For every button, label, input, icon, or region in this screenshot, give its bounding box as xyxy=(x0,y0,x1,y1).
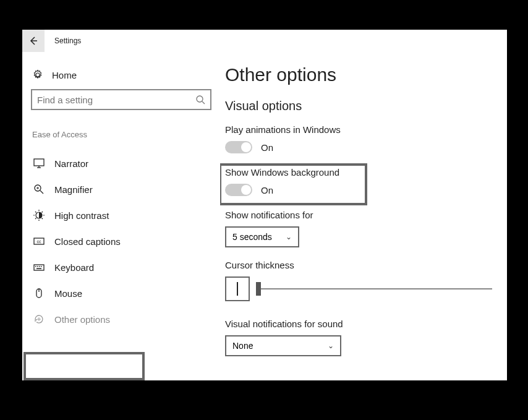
sidebar-item-keyboard[interactable]: Keyboard xyxy=(31,254,211,280)
back-arrow-icon xyxy=(28,36,38,46)
sidebar-item-label: High contrast xyxy=(54,210,109,221)
setting-label: Show notifications for xyxy=(225,210,492,220)
chevron-down-icon: ⌄ xyxy=(328,341,334,350)
search-input[interactable] xyxy=(37,95,195,105)
select-value: 5 seconds xyxy=(232,232,272,242)
magnifier-icon xyxy=(33,184,45,195)
setting-play-animations: Play animations in Windows On xyxy=(225,124,492,153)
setting-label: Play animations in Windows xyxy=(225,124,492,135)
svg-line-15 xyxy=(42,218,43,220)
sidebar-item-label: Keyboard xyxy=(54,262,94,273)
refresh-plus-icon xyxy=(33,314,45,325)
home-label: Home xyxy=(52,70,77,80)
sidebar-item-label: Magnifier xyxy=(54,184,93,195)
keyboard-icon xyxy=(33,262,45,273)
sidebar-item-label: Closed captions xyxy=(54,236,121,247)
svg-line-17 xyxy=(42,212,43,213)
sidebar: Home Ease of Access Narrator Magnifi xyxy=(22,52,220,380)
svg-line-16 xyxy=(35,218,36,220)
svg-point-0 xyxy=(197,96,203,102)
app-title: Settings xyxy=(45,36,81,45)
sidebar-item-label: Mouse xyxy=(54,288,82,299)
mouse-icon xyxy=(33,288,45,299)
home-button[interactable]: Home xyxy=(31,66,211,89)
visual-notifications-select[interactable]: None ⌄ xyxy=(225,335,341,356)
sidebar-item-label: Other options xyxy=(54,314,110,325)
setting-cursor-thickness: Cursor thickness xyxy=(225,260,492,301)
monitor-icon xyxy=(33,158,45,169)
setting-show-background: Show Windows background On xyxy=(225,167,492,196)
play-animations-toggle[interactable] xyxy=(225,141,252,153)
setting-label: Visual notifications for sound xyxy=(225,319,492,329)
toggle-state: On xyxy=(261,185,273,195)
svg-line-14 xyxy=(35,212,36,213)
sidebar-item-closed-captions[interactable]: cc Closed captions xyxy=(31,228,211,254)
cursor-preview xyxy=(225,276,250,301)
svg-line-6 xyxy=(40,191,43,194)
page-title: Other options xyxy=(225,64,492,85)
chevron-down-icon: ⌄ xyxy=(286,233,292,241)
show-background-toggle[interactable] xyxy=(225,184,252,196)
svg-rect-20 xyxy=(34,265,44,270)
search-icon xyxy=(195,95,205,105)
sidebar-item-mouse[interactable]: Mouse xyxy=(31,280,211,306)
settings-window: Settings Home Ease of Access N xyxy=(22,30,507,380)
section-label: Ease of Access xyxy=(31,130,211,139)
titlebar: Settings xyxy=(22,30,507,52)
contrast-icon xyxy=(33,210,45,221)
svg-rect-2 xyxy=(34,159,44,166)
sidebar-item-magnifier[interactable]: Magnifier xyxy=(31,176,211,202)
setting-label: Show Windows background xyxy=(225,167,492,178)
svg-rect-21 xyxy=(35,266,36,267)
cursor-thickness-slider[interactable] xyxy=(258,283,492,295)
setting-show-notifications: Show notifications for 5 seconds ⌄ xyxy=(225,210,492,247)
svg-line-1 xyxy=(202,101,205,104)
select-value: None xyxy=(232,341,253,351)
sidebar-item-label: Narrator xyxy=(54,158,88,169)
highlight-sidebar xyxy=(23,352,145,380)
gear-icon xyxy=(32,69,43,80)
setting-visual-notifications: Visual notifications for sound None ⌄ xyxy=(225,319,492,356)
back-button[interactable] xyxy=(22,30,45,52)
notifications-duration-select[interactable]: 5 seconds ⌄ xyxy=(225,226,299,247)
svg-rect-22 xyxy=(37,266,38,267)
svg-rect-23 xyxy=(39,266,40,267)
svg-rect-24 xyxy=(41,266,42,267)
svg-text:cc: cc xyxy=(37,239,42,244)
sidebar-item-high-contrast[interactable]: High contrast xyxy=(31,202,211,228)
sidebar-item-narrator[interactable]: Narrator xyxy=(31,150,211,176)
content: Other options Visual options Play animat… xyxy=(220,52,507,380)
body: Home Ease of Access Narrator Magnifi xyxy=(22,52,507,380)
toggle-state: On xyxy=(261,142,273,153)
svg-rect-25 xyxy=(36,268,41,270)
search-box[interactable] xyxy=(31,89,211,110)
cc-icon: cc xyxy=(33,236,45,247)
sidebar-item-other-options[interactable]: Other options xyxy=(31,306,211,332)
section-visual-options: Visual options xyxy=(225,99,492,113)
setting-label: Cursor thickness xyxy=(225,260,492,270)
